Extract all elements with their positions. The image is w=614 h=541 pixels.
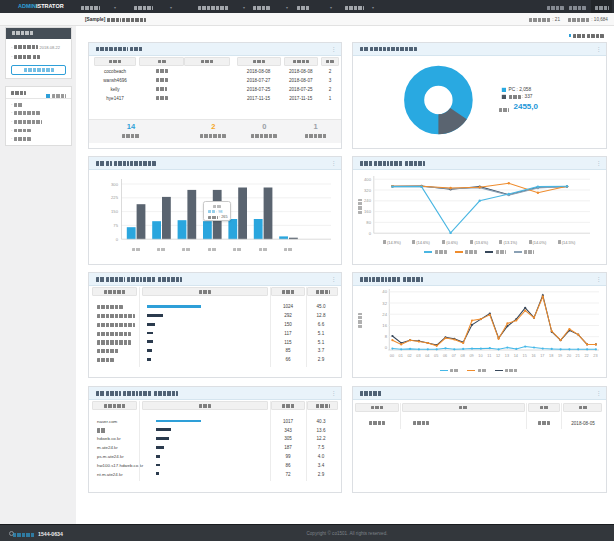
svg-text:0: 0: [116, 237, 119, 242]
svg-text:24: 24: [382, 312, 387, 317]
svg-text:16: 16: [382, 323, 387, 328]
svg-text:0: 0: [384, 345, 387, 350]
svg-text:80: 80: [366, 220, 371, 225]
svg-text:320: 320: [364, 188, 372, 193]
svg-text:300: 300: [111, 182, 119, 187]
svg-text:75: 75: [113, 223, 118, 228]
svg-text:225: 225: [111, 195, 119, 200]
svg-text:240: 240: [364, 198, 372, 203]
svg-text:400: 400: [364, 177, 372, 182]
svg-text:160: 160: [364, 209, 372, 214]
svg-text:0: 0: [368, 231, 371, 236]
svg-text:32: 32: [382, 301, 387, 306]
svg-text:150: 150: [111, 209, 119, 214]
svg-text:40: 40: [382, 289, 387, 294]
svg-text:8: 8: [384, 334, 387, 339]
